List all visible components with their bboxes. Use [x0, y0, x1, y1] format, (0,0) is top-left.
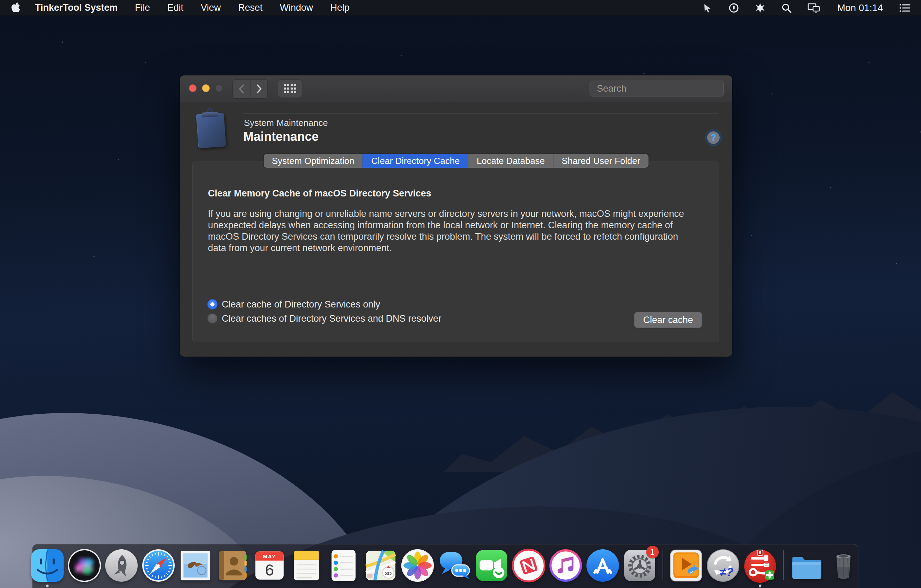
page-title: Maintenance: [243, 129, 319, 144]
pointer-icon[interactable]: [702, 3, 713, 13]
menu-bar: TinkerTool System FileEditViewResetWindo…: [0, 0, 921, 16]
dock-calendar-icon[interactable]: MAY6: [252, 548, 287, 583]
radio-label: Clear caches of Directory Services and D…: [222, 313, 441, 324]
tab-strip: System OptimizationClear Directory Cache…: [264, 154, 649, 168]
radio-label: Clear cache of Directory Services only: [222, 299, 380, 310]
apple-menu-icon[interactable]: [10, 2, 20, 13]
dock-messages-icon[interactable]: [437, 548, 472, 583]
menu-bar-clock[interactable]: Mon 01:14: [837, 2, 883, 13]
svg-text:6: 6: [265, 561, 274, 579]
dock-divider: [662, 550, 663, 580]
clear-cache-button[interactable]: Clear cache: [634, 312, 702, 328]
radio-button-selected[interactable]: [207, 299, 218, 310]
onepassword-icon[interactable]: [729, 3, 739, 13]
svg-text:≠?: ≠?: [720, 565, 734, 579]
avast-icon[interactable]: [755, 3, 765, 13]
notification-badge: 1: [646, 546, 659, 558]
maintenance-pane-icon: [193, 109, 230, 149]
desktop: TinkerTool System FileEditViewResetWindo…: [0, 0, 921, 588]
close-button[interactable]: [189, 84, 197, 92]
svg-text:MAY: MAY: [263, 554, 276, 559]
tab-locate-database[interactable]: Locate Database: [468, 154, 553, 168]
zoom-button-disabled: [215, 84, 223, 92]
search-field[interactable]: [589, 81, 724, 96]
dock-facetime-icon[interactable]: [474, 548, 509, 583]
radio-option: Clear caches of Directory Services and D…: [207, 313, 441, 324]
content-groupbox: Clear Memory Cache of macOS Directory Se…: [192, 161, 719, 342]
menu-view[interactable]: View: [201, 2, 221, 13]
dock: MAY63D1≠?6: [32, 544, 858, 588]
svg-text:3D: 3D: [385, 570, 392, 576]
tab-system-optimization[interactable]: System Optimization: [264, 154, 363, 168]
dock-maps-icon[interactable]: 3D: [363, 548, 398, 583]
dock-tinkertool-system-icon[interactable]: 6: [742, 548, 778, 583]
back-button[interactable]: [233, 80, 250, 98]
displays-icon[interactable]: [807, 3, 821, 13]
dock-finder-icon[interactable]: [30, 548, 65, 583]
dock-photos-icon[interactable]: [400, 548, 435, 583]
dock-video-converter-icon[interactable]: [669, 548, 704, 583]
dock-reminders-icon[interactable]: [326, 548, 361, 583]
running-indicator: [759, 585, 761, 587]
svg-text:6: 6: [759, 550, 761, 555]
tinkertool-window: System Maintenance Maintenance ? System …: [180, 75, 732, 357]
menu-window[interactable]: Window: [280, 2, 313, 13]
dock-system-preferences-icon[interactable]: 1: [622, 548, 657, 583]
radio-button[interactable]: [207, 313, 218, 324]
help-button[interactable]: ?: [706, 130, 721, 145]
pane-category-label: System Maintenance: [244, 118, 328, 128]
tab-shared-user-folder[interactable]: Shared User Folder: [553, 154, 648, 168]
app-menu-title[interactable]: TinkerTool System: [35, 2, 118, 13]
dock-mail-icon[interactable]: [178, 548, 213, 583]
dock-app-store-icon[interactable]: [585, 548, 620, 583]
question-mark-icon: ?: [711, 133, 716, 143]
running-indicator: [46, 585, 49, 587]
search-input[interactable]: [597, 83, 719, 94]
dock-itunes-icon[interactable]: [548, 548, 583, 583]
menu-reset[interactable]: Reset: [238, 2, 263, 13]
dock-sync-utility-icon[interactable]: ≠?: [705, 548, 741, 583]
stars-decoration: [62, 42, 63, 42]
section-heading: Clear Memory Cache of macOS Directory Se…: [208, 188, 431, 199]
show-all-panes-button[interactable]: [278, 79, 302, 98]
radio-group: Clear cache of Directory Services onlyCl…: [207, 299, 441, 327]
dock-siri-icon[interactable]: [67, 548, 102, 583]
menu-file[interactable]: File: [135, 2, 150, 13]
header-divider: [243, 114, 718, 114]
dock-divider: [783, 550, 784, 580]
dock-downloads-folder-icon[interactable]: [789, 548, 824, 583]
dock-notes-icon[interactable]: [289, 548, 324, 583]
menu-help[interactable]: Help: [330, 2, 350, 13]
section-description: If you are using changing or unreliable …: [208, 208, 692, 254]
dock-contacts-icon[interactable]: [215, 548, 250, 583]
tab-clear-directory-cache[interactable]: Clear Directory Cache: [363, 154, 468, 168]
dock-news-icon[interactable]: [511, 548, 546, 583]
minimize-button[interactable]: [202, 84, 210, 92]
spotlight-icon[interactable]: [781, 3, 792, 13]
radio-option: Clear cache of Directory Services only: [207, 299, 441, 310]
grid-icon: [284, 84, 296, 93]
notification-list-icon[interactable]: [899, 3, 911, 13]
dock-trash-icon[interactable]: [826, 548, 861, 583]
menu-edit[interactable]: Edit: [168, 2, 184, 13]
forward-button[interactable]: [250, 80, 267, 98]
dock-safari-icon[interactable]: [141, 548, 176, 583]
dock-launchpad-icon[interactable]: [104, 548, 139, 583]
window-titlebar[interactable]: [180, 75, 732, 102]
